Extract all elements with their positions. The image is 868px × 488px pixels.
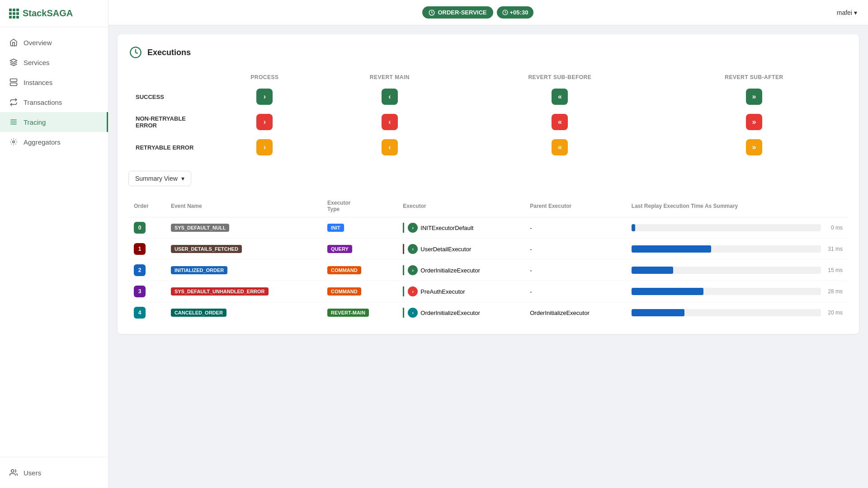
time-offset-label: +05:30 bbox=[510, 9, 528, 16]
event-cell-4: CANCELED_ORDER bbox=[165, 302, 322, 324]
sidebar-item-overview[interactable]: Overview bbox=[0, 33, 108, 52]
exec-label-success: SUCCESS bbox=[128, 84, 210, 109]
section-title: Executions bbox=[147, 48, 191, 57]
exec-process-success[interactable]: › bbox=[210, 84, 320, 109]
exec-process-retryable[interactable]: › bbox=[210, 135, 320, 160]
service-badge[interactable]: ORDER-SERVICE bbox=[422, 6, 493, 19]
event-tag: INITIALIZED_ORDER bbox=[171, 266, 227, 274]
revert-main-retryable-btn[interactable]: ‹ bbox=[382, 139, 398, 155]
executor-name: PreAuthExecutor bbox=[420, 288, 465, 295]
event-tag: CANCELED_ORDER bbox=[171, 309, 226, 317]
sidebar-item-services-label: Services bbox=[24, 59, 50, 66]
exec-col-revert-sub-after: REVERT SUB-AFTER bbox=[660, 70, 848, 84]
revert-sub-after-non-retryable-btn[interactable]: » bbox=[746, 114, 762, 130]
executor-arrow: › bbox=[408, 286, 418, 296]
order-badge: 0 bbox=[134, 222, 146, 234]
sidebar-item-aggregators[interactable]: Aggregators bbox=[0, 132, 108, 152]
sidebar-item-users[interactable]: Users bbox=[0, 463, 108, 483]
exec-revert-sub-after-retryable[interactable]: » bbox=[660, 135, 848, 160]
order-badge: 3 bbox=[134, 286, 146, 297]
home-icon bbox=[9, 38, 18, 47]
exec-col-revert-main: REVERT MAIN bbox=[320, 70, 460, 84]
bar-cell-2: 15 ms bbox=[626, 260, 848, 281]
table-row: 3SYS_DEFAULT_UNHANDLED_ERRORCOMMAND › Pr… bbox=[128, 281, 848, 302]
process-success-btn[interactable]: › bbox=[256, 89, 273, 105]
header: ORDER-SERVICE +05:30 mafei ▾ bbox=[108, 0, 868, 25]
revert-sub-after-retryable-btn[interactable]: » bbox=[746, 139, 762, 155]
executor-with-vline: › PreAuthExecutor bbox=[403, 286, 519, 296]
sidebar-item-transactions-label: Transactions bbox=[24, 99, 62, 106]
exec-revert-sub-before-retryable[interactable]: « bbox=[460, 135, 660, 160]
executor-cell-1: › UserDetailExecutor bbox=[397, 239, 524, 260]
header-user[interactable]: mafei ▾ bbox=[837, 9, 857, 16]
revert-sub-after-success-btn[interactable]: » bbox=[746, 89, 762, 105]
process-retryable-btn[interactable]: › bbox=[256, 139, 273, 155]
executor-arrow: › bbox=[408, 244, 418, 254]
data-table-scroll[interactable]: Order Event Name ExecutorType Executor P… bbox=[128, 195, 848, 323]
layers-icon bbox=[9, 58, 18, 67]
bar-bg bbox=[632, 267, 821, 274]
sidebar-footer: Users bbox=[0, 457, 108, 488]
executor-name: OrderInitializeExecutor bbox=[420, 310, 480, 316]
bar-bg bbox=[632, 245, 821, 253]
users-icon bbox=[9, 468, 18, 477]
executor-with-vline: › INITExecutorDefault bbox=[403, 223, 519, 233]
parent-cell-3: - bbox=[524, 281, 626, 302]
sidebar-item-aggregators-label: Aggregators bbox=[24, 138, 61, 146]
col-event-name: Event Name bbox=[165, 195, 322, 217]
exec-revert-sub-after-non-retryable[interactable]: » bbox=[660, 109, 848, 135]
event-tag: USER_DETAILS_FETCHED bbox=[171, 245, 242, 253]
col-executor: Executor bbox=[397, 195, 524, 217]
type-tag: COMMAND bbox=[327, 266, 361, 274]
revert-sub-before-retryable-btn[interactable]: « bbox=[552, 139, 568, 155]
event-cell-3: SYS_DEFAULT_UNHANDLED_ERROR bbox=[165, 281, 322, 302]
exec-label-non-retryable: NON-RETRYABLE ERROR bbox=[128, 109, 210, 135]
bar-container: 28 ms bbox=[632, 288, 843, 295]
exec-revert-main-non-retryable[interactable]: ‹ bbox=[320, 109, 460, 135]
exec-process-non-retryable[interactable]: › bbox=[210, 109, 320, 135]
sidebar-item-transactions[interactable]: Transactions bbox=[0, 92, 108, 112]
type-tag: INIT bbox=[327, 224, 344, 232]
bar-bg bbox=[632, 309, 821, 316]
exec-revert-main-retryable[interactable]: ‹ bbox=[320, 135, 460, 160]
exec-revert-sub-after-success[interactable]: » bbox=[660, 84, 848, 109]
type-cell-3: COMMAND bbox=[322, 281, 397, 302]
type-tag: COMMAND bbox=[327, 287, 361, 296]
process-non-retryable-btn[interactable]: › bbox=[256, 114, 273, 130]
type-cell-2: COMMAND bbox=[322, 260, 397, 281]
order-cell-4: 4 bbox=[128, 302, 165, 324]
parent-cell-2: - bbox=[524, 260, 626, 281]
sidebar-item-tracing[interactable]: Tracing bbox=[0, 112, 108, 132]
executor-with-vline: › UserDetailExecutor bbox=[403, 244, 519, 254]
col-parent-executor: Parent Executor bbox=[524, 195, 626, 217]
exec-revert-sub-before-non-retryable[interactable]: « bbox=[460, 109, 660, 135]
sidebar-item-instances[interactable]: Instances bbox=[0, 72, 108, 92]
gear-icon bbox=[9, 137, 18, 146]
revert-main-success-btn[interactable]: ‹ bbox=[382, 89, 398, 105]
time-label: 15 ms bbox=[825, 267, 843, 273]
summary-view-label: Summary View bbox=[135, 175, 178, 182]
sidebar-item-tracing-label: Tracing bbox=[24, 118, 46, 126]
revert-sub-before-success-btn[interactable]: « bbox=[552, 89, 568, 105]
executor-name: INITExecutorDefault bbox=[420, 225, 473, 231]
chevron-down-icon: ▾ bbox=[181, 175, 184, 182]
bar-container: 31 ms bbox=[632, 245, 843, 253]
order-cell-3: 3 bbox=[128, 281, 165, 302]
revert-main-non-retryable-btn[interactable]: ‹ bbox=[382, 114, 398, 130]
bar-fill bbox=[632, 267, 673, 274]
revert-sub-before-non-retryable-btn[interactable]: « bbox=[552, 114, 568, 130]
summary-view-dropdown[interactable]: Summary View ▾ bbox=[128, 171, 191, 186]
server-icon bbox=[9, 78, 18, 87]
sidebar-footer-users-label: Users bbox=[24, 469, 41, 477]
sidebar-item-overview-label: Overview bbox=[24, 39, 52, 47]
parent-cell-1: - bbox=[524, 239, 626, 260]
section-header: Executions bbox=[128, 45, 848, 60]
content-area: Executions PROCESS REVERT MAIN REVERT SU… bbox=[108, 25, 868, 488]
bar-container: 15 ms bbox=[632, 267, 843, 274]
order-cell-2: 2 bbox=[128, 260, 165, 281]
exec-revert-main-success[interactable]: ‹ bbox=[320, 84, 460, 109]
exec-revert-sub-before-success[interactable]: « bbox=[460, 84, 660, 109]
execution-status-table: PROCESS REVERT MAIN REVERT SUB-BEFORE RE… bbox=[128, 70, 848, 160]
executor-cell-4: ‹ OrderInitializeExecutor bbox=[397, 302, 524, 324]
sidebar-item-services[interactable]: Services bbox=[0, 52, 108, 72]
